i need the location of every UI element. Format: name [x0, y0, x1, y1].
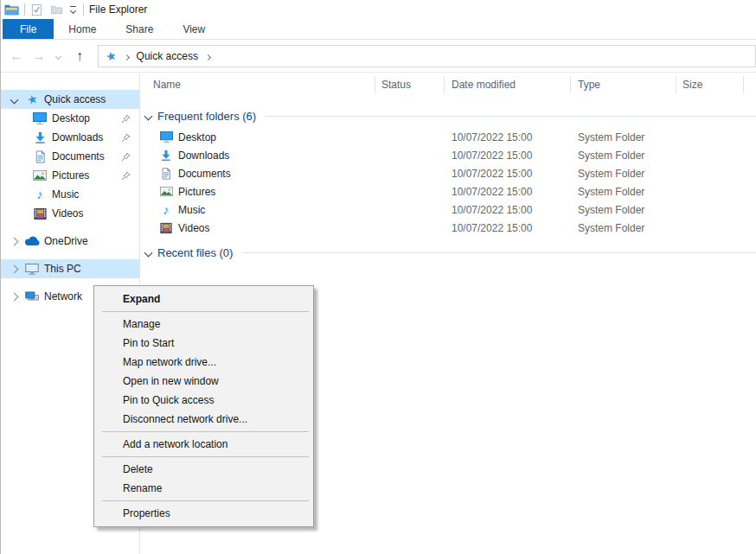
network-icon: [24, 290, 40, 303]
sidebar-item-desktop[interactable]: Desktop: [1, 109, 139, 128]
column-header-date-modified[interactable]: Date modified: [452, 79, 516, 91]
chevron-right-icon[interactable]: [8, 239, 20, 245]
file-type: System Folder: [578, 150, 644, 162]
breadcrumb-quick-access[interactable]: Quick access: [137, 50, 198, 62]
sidebar-item-pictures[interactable]: Pictures: [1, 166, 139, 185]
context-menu: Expand Manage Pin to Start Map network d…: [93, 285, 314, 527]
ribbon-tab-bar: File Home Share View: [1, 19, 756, 40]
column-header-type[interactable]: Type: [578, 79, 600, 91]
chevron-right-icon[interactable]: [8, 294, 20, 300]
column-divider[interactable]: [676, 76, 676, 93]
menu-item-manage[interactable]: Manage: [94, 315, 313, 334]
column-header-size[interactable]: Size: [682, 79, 702, 91]
file-date-modified: 10/07/2022 15:00: [452, 204, 532, 216]
menu-item-pin-to-quick-access[interactable]: Pin to Quick access: [94, 391, 313, 410]
file-row-pictures[interactable]: Pictures 10/07/2022 15:00 System Folder: [141, 182, 756, 201]
explorer-logo-icon: [4, 3, 19, 16]
sidebar-item-videos[interactable]: Videos: [1, 204, 139, 223]
file-row-music[interactable]: ♪ Music 10/07/2022 15:00 System Folder: [141, 201, 756, 219]
column-header-name[interactable]: Name: [153, 79, 181, 91]
group-label: Frequent folders (6): [157, 110, 256, 123]
title-bar: File Explorer: [1, 0, 756, 19]
navigation-bar: ← → ↑ ★ Quick access: [1, 41, 756, 73]
downloads-icon: [159, 150, 173, 162]
sidebar-item-label: Desktop: [52, 112, 90, 124]
customize-quick-access-toolbar-icon[interactable]: [70, 6, 76, 13]
desktop-icon: [32, 111, 48, 125]
breadcrumb-chevron-icon[interactable]: [125, 50, 129, 62]
pictures-icon: [32, 169, 48, 182]
file-row-downloads[interactable]: Downloads 10/07/2022 15:00 System Folder: [141, 146, 756, 164]
breadcrumb-chevron-icon[interactable]: [206, 50, 210, 62]
sidebar-item-quick-access[interactable]: ★ Quick access: [1, 90, 139, 109]
column-divider[interactable]: [444, 76, 445, 93]
sidebar-item-label: Network: [44, 290, 82, 302]
back-button-icon[interactable]: ←: [6, 41, 27, 72]
file-name: Music: [178, 204, 205, 216]
chevron-down-icon[interactable]: [8, 97, 20, 103]
group-label: Recent files (0): [157, 246, 233, 259]
sidebar-item-label: Videos: [52, 207, 83, 220]
column-divider[interactable]: [570, 76, 571, 93]
downloads-icon: [32, 131, 48, 144]
sidebar-item-label: OneDrive: [44, 235, 88, 247]
chevron-down-icon: [144, 248, 153, 257]
address-bar[interactable]: ★ Quick access: [98, 45, 756, 67]
column-header-row: Name Status Date modified Type Size: [141, 73, 756, 97]
file-row-documents[interactable]: Documents 10/07/2022 15:00 System Folder: [141, 164, 756, 182]
group-header-frequent-folders[interactable]: Frequent folders (6): [141, 107, 756, 124]
pin-icon: [120, 132, 131, 143]
column-divider[interactable]: [375, 76, 375, 93]
file-name: Downloads: [178, 150, 229, 162]
sidebar-item-this-pc[interactable]: This PC: [1, 259, 139, 278]
music-icon: ♪: [159, 204, 173, 216]
menu-item-disconnect-network-drive[interactable]: Disconnect network drive...: [94, 410, 313, 429]
videos-icon: [159, 222, 173, 234]
group-header-recent-files[interactable]: Recent files (0): [141, 244, 756, 261]
documents-icon: [159, 168, 173, 180]
column-divider[interactable]: [743, 76, 744, 93]
file-date-modified: 10/07/2022 15:00: [452, 186, 532, 198]
tab-share[interactable]: Share: [111, 19, 168, 39]
tab-file[interactable]: File: [3, 19, 54, 39]
file-row-desktop[interactable]: Desktop 10/07/2022 15:00 System Folder: [141, 128, 756, 146]
sidebar-item-label: Pictures: [52, 169, 89, 181]
forward-button-icon[interactable]: →: [29, 41, 49, 72]
menu-item-map-network-drive[interactable]: Map network drive...: [94, 353, 313, 372]
sidebar-item-documents[interactable]: Documents: [1, 147, 139, 166]
file-date-modified: 10/07/2022 15:00: [452, 168, 532, 180]
tab-home[interactable]: Home: [54, 19, 111, 39]
menu-item-delete[interactable]: Delete: [94, 460, 313, 479]
divider: [83, 3, 84, 16]
documents-icon: [32, 150, 48, 163]
tab-view[interactable]: View: [168, 19, 220, 39]
new-folder-icon[interactable]: [50, 3, 63, 16]
chevron-right-icon[interactable]: [8, 266, 20, 272]
desktop-icon: [159, 131, 173, 143]
file-explorer-window: File Explorer File Home Share View ← → ↑…: [0, 0, 756, 554]
sidebar-item-downloads[interactable]: Downloads: [1, 128, 139, 147]
menu-separator: [102, 431, 309, 432]
music-icon: ♪: [32, 188, 48, 201]
menu-item-pin-to-start[interactable]: Pin to Start: [94, 334, 313, 353]
column-header-status[interactable]: Status: [381, 79, 411, 91]
menu-item-rename[interactable]: Rename: [94, 479, 313, 498]
sidebar-item-music[interactable]: ♪ Music: [1, 185, 139, 204]
recent-locations-chevron-icon[interactable]: [51, 41, 65, 72]
pin-icon: [120, 170, 131, 181]
quick-access-star-icon: ★: [24, 92, 40, 106]
sidebar-item-label: Documents: [52, 150, 105, 162]
divider: [24, 3, 25, 16]
menu-item-properties[interactable]: Properties: [94, 504, 313, 523]
menu-item-add-a-network-location[interactable]: Add a network location: [94, 435, 313, 454]
up-button-icon[interactable]: ↑: [68, 41, 91, 72]
menu-item-expand[interactable]: Expand: [94, 290, 313, 309]
menu-item-open-in-new-window[interactable]: Open in new window: [94, 372, 313, 391]
file-name: Desktop: [178, 131, 216, 143]
sidebar-item-label: Music: [52, 188, 79, 201]
sidebar-item-onedrive[interactable]: OneDrive: [1, 232, 139, 251]
onedrive-cloud-icon: [24, 236, 40, 246]
sidebar-item-label: Downloads: [52, 131, 103, 143]
file-row-videos[interactable]: Videos 10/07/2022 15:00 System Folder: [141, 219, 756, 237]
properties-icon[interactable]: [30, 3, 43, 16]
